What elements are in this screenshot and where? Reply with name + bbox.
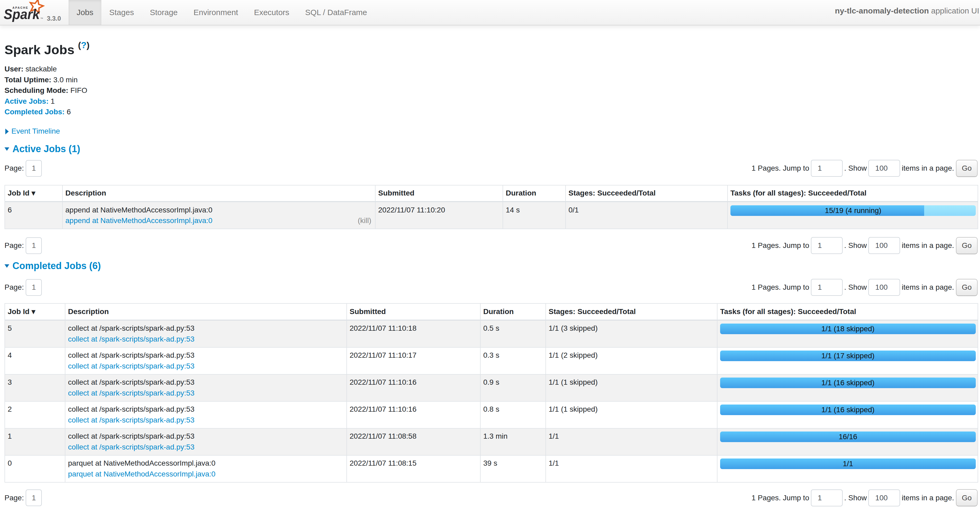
- svg-text:™: ™: [40, 17, 43, 20]
- svg-text:Spark: Spark: [4, 6, 40, 22]
